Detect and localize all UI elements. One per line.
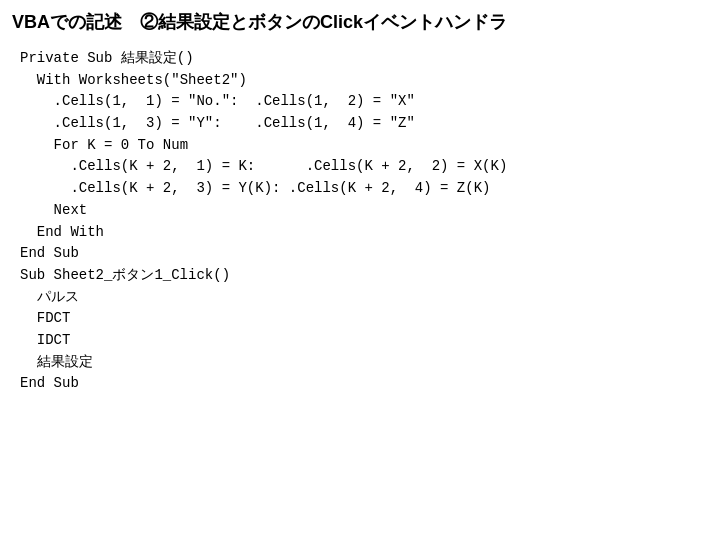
code-line-11: Sub Sheet2_ボタン1_Click() <box>20 265 708 287</box>
code-line-6: .Cells(K + 2, 1) = K: .Cells(K + 2, 2) =… <box>20 156 708 178</box>
code-line-8: Next <box>20 200 708 222</box>
code-line-2: With Worksheets("Sheet2") <box>20 70 708 92</box>
code-block: Private Sub 結果設定() With Worksheets("Shee… <box>12 48 708 395</box>
code-line-3: .Cells(1, 1) = "No.": .Cells(1, 2) = "X" <box>20 91 708 113</box>
code-line-16: End Sub <box>20 373 708 395</box>
code-line-15: 結果設定 <box>20 352 708 374</box>
code-line-5: For K = 0 To Num <box>20 135 708 157</box>
code-line-12: パルス <box>20 287 708 309</box>
code-line-9: End With <box>20 222 708 244</box>
code-line-4: .Cells(1, 3) = "Y": .Cells(1, 4) = "Z" <box>20 113 708 135</box>
code-line-1: Private Sub 結果設定() <box>20 48 708 70</box>
page-title: VBAでの記述 ②結果設定とボタンのClickイベントハンドラ <box>12 10 708 34</box>
code-line-10: End Sub <box>20 243 708 265</box>
code-line-14: IDCT <box>20 330 708 352</box>
code-line-7: .Cells(K + 2, 3) = Y(K): .Cells(K + 2, 4… <box>20 178 708 200</box>
code-line-13: FDCT <box>20 308 708 330</box>
page-container: VBAでの記述 ②結果設定とボタンのClickイベントハンドラ Private … <box>0 0 720 540</box>
